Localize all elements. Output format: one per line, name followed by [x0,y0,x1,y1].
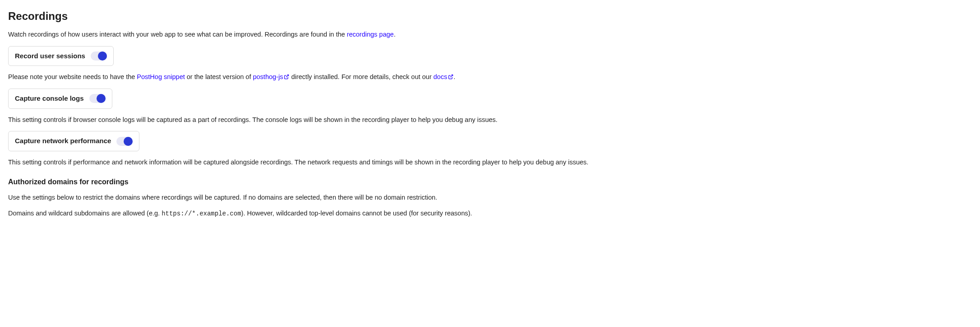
snippet-t3: directly installed. For more details, ch… [289,73,433,80]
docs-link[interactable]: docs [434,73,454,80]
intro-text-2: . [394,31,396,38]
posthog-snippet-link[interactable]: PostHog snippet [137,73,185,80]
page-title: Recordings [8,8,972,24]
record-sessions-toggle[interactable] [91,51,107,61]
snippet-t1: Please note your website needs to have t… [8,73,137,80]
console-logs-card: Capture console logs [8,89,112,109]
external-link-icon [284,74,289,79]
snippet-t4: . [453,73,455,80]
snippet-note: Please note your website needs to have t… [8,72,972,82]
posthog-js-link-text: posthog-js [253,73,283,80]
domains-code-example: https://*.example.com [162,210,241,217]
toggle-knob [98,51,107,61]
record-sessions-label: Record user sessions [15,51,85,61]
svg-line-1 [450,75,453,78]
console-description: This setting controls if browser console… [8,115,972,125]
domains-heading: Authorized domains for recordings [8,177,972,187]
domains-p1: Use the settings below to restrict the d… [8,193,972,203]
record-sessions-card: Record user sessions [8,46,114,66]
external-link-icon [448,74,453,79]
network-perf-toggle[interactable] [116,137,133,146]
snippet-t2: or the latest version of [185,73,253,80]
domains-p2: Domains and wildcard subdomains are allo… [8,209,972,219]
posthog-js-link[interactable]: posthog-js [253,73,289,80]
toggle-knob [97,94,106,103]
docs-link-text: docs [434,73,448,80]
svg-line-0 [286,75,289,78]
console-logs-toggle[interactable] [89,94,106,103]
network-description: This setting controls if performance and… [8,158,972,168]
recordings-page-link[interactable]: recordings page [347,31,394,38]
network-perf-card: Capture network performance [8,131,139,151]
intro-text: Watch recordings of how users interact w… [8,30,972,40]
network-perf-label: Capture network performance [15,136,111,146]
console-logs-label: Capture console logs [15,93,84,104]
intro-text-1: Watch recordings of how users interact w… [8,31,347,38]
domains-p2a: Domains and wildcard subdomains are allo… [8,210,162,217]
toggle-knob [124,137,133,146]
domains-p2b: ). However, wildcarded top-level domains… [241,210,472,217]
